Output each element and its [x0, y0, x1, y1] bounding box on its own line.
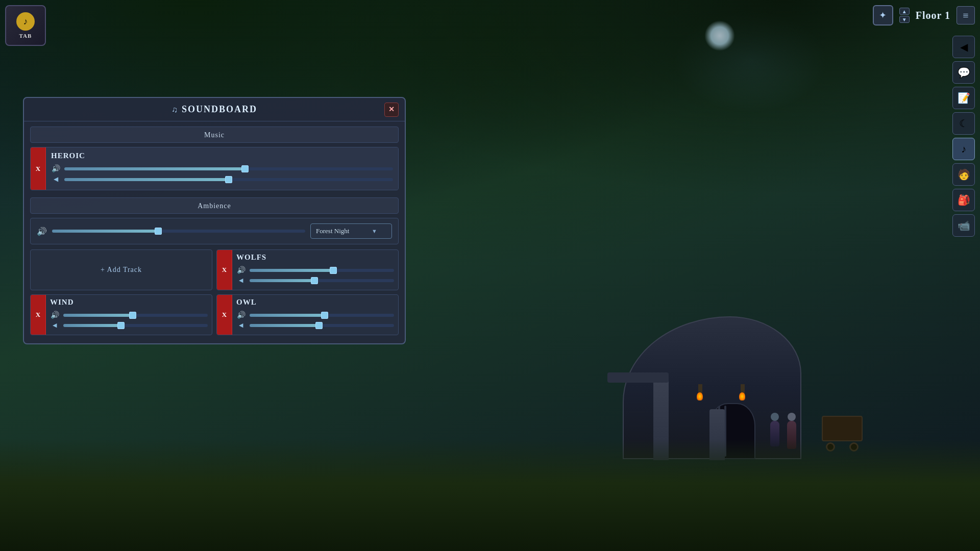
heroic-track-item: X Heroic 🔊 ◀ — [30, 147, 399, 190]
owl-pitch-slider[interactable] — [250, 324, 394, 327]
wolfs-pitch-row: ◀ — [236, 277, 394, 284]
wind-pitch-fill — [63, 324, 121, 327]
bag-button[interactable]: 🎒 — [952, 189, 975, 211]
owl-pitch-row: ◀ — [236, 322, 394, 329]
ambience-section-title: Ambience — [198, 202, 231, 210]
ambience-master-volume-slider[interactable] — [52, 230, 305, 233]
tab-label: TAB — [19, 33, 32, 39]
sky-glow — [674, 10, 827, 112]
wolfs-volume-slider[interactable] — [250, 269, 394, 272]
wind-track-item: X Wind 🔊 ◀ — [30, 294, 212, 335]
dropdown-arrow-icon: ▼ — [372, 228, 377, 234]
ambience-tracks-grid: + Add Track X Wolfs 🔊 ◀ — [30, 249, 399, 335]
wolfs-pitch-icon: ◀ — [236, 277, 246, 284]
heroic-volume-fill — [64, 167, 245, 170]
wind-volume-thumb[interactable] — [129, 312, 136, 319]
soundboard-panel: ♫ Soundboard ✕ Music X Heroic 🔊 ◀ — [23, 97, 406, 344]
chat-button[interactable]: 💬 — [952, 61, 975, 84]
wolfs-remove-button[interactable]: X — [217, 250, 232, 290]
torch-left — [698, 384, 703, 400]
heroic-volume-thumb[interactable] — [241, 165, 249, 172]
heroic-pitch-fill — [64, 178, 229, 181]
music-section-title: Music — [204, 131, 225, 139]
owl-track-name: Owl — [236, 298, 394, 307]
heroic-volume-slider[interactable] — [64, 167, 393, 170]
floor-up-arrow[interactable]: ▲ — [899, 8, 910, 15]
add-track-label: + Add Track — [101, 266, 142, 274]
owl-volume-slider[interactable] — [250, 314, 394, 317]
owl-volume-icon: 🔊 — [236, 311, 246, 319]
wind-pitch-thumb[interactable] — [117, 322, 125, 329]
ambience-section-header: Ambience — [30, 197, 399, 214]
wolfs-track-name: Wolfs — [236, 253, 394, 262]
wind-track-name: Wind — [50, 298, 208, 307]
top-right-header: ✦ ▲ ▼ Floor 1 ≡ — [873, 5, 975, 26]
heroic-pitch-thumb[interactable] — [225, 176, 232, 183]
close-button[interactable]: ✕ — [384, 103, 399, 117]
heroic-track-content: Heroic 🔊 ◀ — [46, 147, 398, 190]
heroic-track-name: Heroic — [51, 152, 393, 160]
wolfs-volume-thumb[interactable] — [330, 267, 337, 274]
floor-icon: ✦ — [873, 5, 893, 26]
moon — [704, 20, 735, 51]
ambience-master-volume-fill — [52, 230, 158, 233]
owl-volume-row: 🔊 — [236, 311, 394, 319]
heroic-volume-row: 🔊 — [51, 164, 393, 173]
owl-pitch-fill — [250, 324, 319, 327]
wolfs-volume-fill — [250, 269, 333, 272]
right-sidebar: ◀ 💬 📝 ☾ ♪ 🧑 🎒 📹 — [952, 36, 975, 237]
stone-arch-top — [607, 372, 669, 383]
character-button[interactable]: 🧑 — [952, 163, 975, 186]
add-track-button[interactable]: + Add Track — [30, 249, 212, 290]
heroic-pitch-row: ◀ — [51, 176, 393, 183]
floor-label: Floor 1 — [916, 10, 950, 21]
wolfs-volume-icon: 🔊 — [236, 266, 246, 274]
ambience-scene-value: Forest Night — [316, 227, 349, 235]
wind-volume-row: 🔊 — [50, 311, 208, 319]
owl-pitch-icon: ◀ — [236, 322, 246, 329]
wolfs-pitch-thumb[interactable] — [311, 277, 318, 284]
wind-pitch-row: ◀ — [50, 322, 208, 329]
wind-volume-slider[interactable] — [63, 314, 208, 317]
wolfs-volume-row: 🔊 — [236, 266, 394, 274]
wolfs-pitch-fill — [250, 279, 314, 282]
floor-arrows[interactable]: ▲ ▼ — [899, 8, 910, 23]
wolfs-track-content: Wolfs 🔊 ◀ — [232, 250, 398, 290]
music-button[interactable]: ♪ — [952, 138, 975, 160]
owl-track-content: Owl 🔊 ◀ — [232, 295, 398, 335]
video-button[interactable]: 📹 — [952, 214, 975, 237]
heroic-pitch-icon: ◀ — [51, 176, 60, 183]
owl-volume-thumb[interactable] — [321, 312, 328, 319]
wolfs-track-item: X Wolfs 🔊 ◀ — [216, 249, 399, 290]
owl-pitch-thumb[interactable] — [315, 322, 323, 329]
music-section-header: Music — [30, 127, 399, 143]
owl-volume-fill — [250, 314, 325, 317]
heroic-volume-icon: 🔊 — [51, 164, 60, 173]
heroic-pitch-slider[interactable] — [64, 178, 393, 181]
soundboard-title: Soundboard — [182, 104, 257, 115]
ground — [0, 439, 980, 551]
owl-track-item: X Owl 🔊 ◀ — [216, 294, 399, 335]
collapse-panel-button[interactable]: ◀ — [952, 36, 975, 58]
wind-track-content: Wind 🔊 ◀ — [46, 295, 212, 335]
ambience-master-volume-icon: 🔊 — [37, 227, 47, 236]
tab-icon: ♪ — [16, 12, 35, 31]
wind-volume-icon: 🔊 — [50, 311, 59, 319]
wind-remove-button[interactable]: X — [31, 295, 46, 335]
notes-button[interactable]: 📝 — [952, 87, 975, 109]
menu-button[interactable]: ≡ — [957, 6, 975, 24]
wind-pitch-icon: ◀ — [50, 322, 59, 329]
heroic-remove-button[interactable]: X — [31, 147, 46, 190]
wind-pitch-slider[interactable] — [63, 324, 208, 327]
floor-down-arrow[interactable]: ▼ — [899, 16, 910, 23]
ambience-master-volume-thumb[interactable] — [155, 228, 162, 235]
ambience-main-row: 🔊 Forest Night ▼ — [30, 218, 399, 244]
moon-button[interactable]: ☾ — [952, 112, 975, 135]
ambience-scene-dropdown[interactable]: Forest Night ▼ — [310, 223, 392, 239]
panel-header: ♫ Soundboard ✕ — [24, 98, 405, 121]
tab-button[interactable]: ♪ TAB — [5, 5, 46, 46]
torch-right — [740, 384, 745, 400]
owl-remove-button[interactable]: X — [217, 295, 232, 335]
wolfs-pitch-slider[interactable] — [250, 279, 394, 282]
wind-volume-fill — [63, 314, 133, 317]
